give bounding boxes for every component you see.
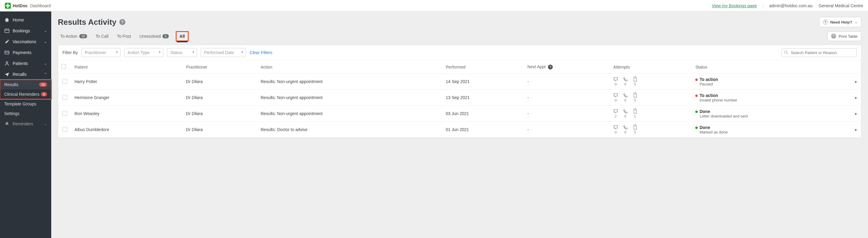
cell-practitioner: Dr Dilara [183,122,257,138]
row-checkbox[interactable] [62,127,67,132]
tab-all[interactable]: All [177,32,188,41]
chevron-right-icon: ▸ [855,127,857,132]
chevron-right-icon: ▸ [855,95,857,100]
topbar-right: View my Bookings page admin@hotdoc.com.a… [712,2,863,9]
cell-performed: 13 Sep 2021 [443,90,524,106]
svg-rect-2 [5,51,9,54]
tab-to-call[interactable]: To Call [95,32,109,41]
attempt-chat: 0 [613,77,618,86]
cell-status: To actionInvalid phone number [692,90,852,106]
col-status: Status [692,60,852,74]
document-icon [632,109,638,113]
logo-icon [5,3,11,9]
practitioner-select[interactable]: Practitioner [82,48,121,57]
tab-count: 10 [79,34,87,38]
select-all-checkbox[interactable] [61,64,66,69]
cell-action: Results: Non-urgent appointment [258,90,443,106]
brand[interactable]: HotDoc [5,3,28,9]
tab-label: To Action [60,34,78,39]
chevron-down-icon: ⌄ [44,39,47,44]
table-row[interactable]: Albus DumbledoreDr DilaraResults: Doctor… [58,122,861,138]
cell-attempts: 000 [610,122,692,138]
badge-count: 5 [41,92,47,96]
breadcrumb: Dashboard [30,3,51,8]
help-tooltip-icon[interactable]: ? [548,64,553,70]
search-input[interactable] [781,48,857,57]
row-expand[interactable]: ▸ [852,106,861,122]
sidebar-item-vaccinations[interactable]: Vaccinations ⌄ [0,36,51,47]
col-next-appt: Next Appt ? [524,60,610,74]
cell-status: DoneLetter downloaded and sent [692,106,852,122]
attempt-chat: 0 [613,125,618,134]
print-table-button[interactable]: Print Table [827,31,861,41]
col-patient: Patient [71,60,183,74]
sidebar-subitem-settings[interactable]: Settings [0,109,51,118]
need-help-button[interactable]: ? Need Help? ⌄ [819,17,861,27]
status-select[interactable]: Status [167,48,197,57]
clinic-name: General Medical Centre [818,3,863,8]
bookings-link[interactable]: View my Bookings page [712,3,757,8]
filter-bar: Filter By Practitioner Action Type Statu… [58,45,861,60]
action-type-select[interactable]: Action Type [124,48,163,57]
status-dot-icon [695,127,698,129]
sidebar: Home Bookings ⌄ Vaccinations ⌄ Payments [0,11,51,238]
sidebar-item-label: Home [13,18,47,22]
tab-unresolved[interactable]: Unresolved 5 [139,32,169,41]
topbar: HotDoc Dashboard View my Bookings page a… [0,0,868,11]
table-row[interactable]: Harry PotterDr DilaraResults: Non-urgent… [58,74,861,90]
status-dot-icon [695,95,698,97]
row-checkbox[interactable] [62,95,67,100]
chevron-up-icon: ⌃ [44,72,47,76]
main-content: Results Activity ? ? Need Help? ⌄ To Act… [51,11,868,238]
cell-status: DoneMarked as done [692,122,852,138]
cell-next-appt: - [524,106,610,122]
cell-attempts: 000 [610,74,692,90]
performed-date-select[interactable]: Performed Date [201,48,246,57]
tab-to-post[interactable]: To Post [116,32,132,41]
sidebar-item-label: Recalls [13,72,41,77]
chevron-down-icon: ⌄ [44,29,47,33]
sidebar-subitem-template-groups[interactable]: Template Groups [0,99,51,109]
tab-label: All [180,34,185,39]
attempt-doc: 1 [632,109,638,118]
clear-filters-link[interactable]: Clear Filters [250,50,272,55]
chevron-down-icon: ⌄ [44,122,47,126]
svg-rect-0 [5,29,9,33]
sidebar-item-payments[interactable]: Payments [0,47,51,58]
sidebar-item-reminders[interactable]: Reminders ⌄ [0,118,51,129]
cell-performed: 14 Sep 2021 [443,74,524,90]
document-icon [632,77,638,82]
table-row[interactable]: Ron WeasleyDr DilaraResults: Non-urgent … [58,106,861,122]
svg-line-9 [787,53,788,54]
svg-rect-6 [832,35,836,37]
cell-practitioner: Dr Dilara [183,90,257,106]
sidebar-subitem-results[interactable]: Results 10 [0,80,51,89]
table-row[interactable]: Hermione GrangerDr DilaraResults: Non-ur… [58,90,861,106]
sidebar-item-home[interactable]: Home [0,15,51,25]
sidebar-subitem-clinical-reminders[interactable]: Clinical Reminders 5 [0,89,51,99]
sidebar-item-label: Bookings [13,28,41,33]
sidebar-item-patients[interactable]: Patients ⌄ [0,58,51,69]
tab-to-action[interactable]: To Action 10 [60,32,88,41]
phone-icon [623,93,628,98]
attempt-phone: 0 [623,109,628,118]
chat-icon [613,93,618,98]
phone-icon [623,77,628,82]
cell-attempts: 201 [610,106,692,122]
attempt-doc: 0 [632,93,638,102]
search-icon [784,50,788,55]
chevron-down-icon: ⌄ [44,61,47,65]
row-checkbox[interactable] [62,79,67,84]
badge-count: 10 [39,82,47,87]
cell-patient: Albus Dumbledore [71,122,183,138]
user-email: admin@hotdoc.com.au [769,3,812,8]
row-checkbox[interactable] [62,111,67,116]
row-expand[interactable]: ▸ [852,122,861,138]
row-expand[interactable]: ▸ [852,74,861,90]
help-icon[interactable]: ? [119,19,125,25]
recalls-submenu: Template Groups Settings [0,99,51,118]
cell-practitioner: Dr Dilara [183,74,257,90]
sidebar-item-recalls[interactable]: Recalls ⌃ [0,69,51,80]
row-expand[interactable]: ▸ [852,90,861,106]
sidebar-item-bookings[interactable]: Bookings ⌄ [0,25,51,36]
